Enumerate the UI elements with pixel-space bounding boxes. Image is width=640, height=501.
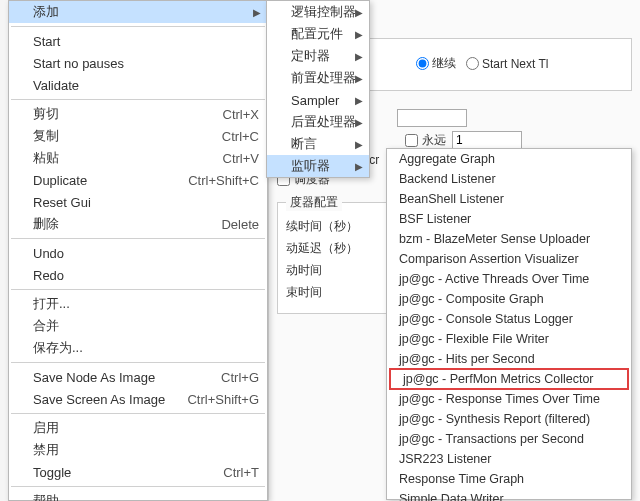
menu-cut[interactable]: 剪切Ctrl+X — [9, 103, 267, 125]
listener-item[interactable]: Response Time Graph — [387, 469, 631, 489]
menu-save-as[interactable]: 保存为... — [9, 337, 267, 359]
menu-merge[interactable]: 合并 — [9, 315, 267, 337]
menu-duplicate[interactable]: DuplicateCtrl+Shift+C — [9, 169, 267, 191]
submenu-logic-controller[interactable]: 逻辑控制器▶ — [267, 1, 369, 23]
menu-disable[interactable]: 禁用 — [9, 439, 267, 461]
listener-item[interactable]: Backend Listener — [387, 169, 631, 189]
listener-item[interactable]: Aggregate Graph — [387, 149, 631, 169]
listener-item-label: jp@gc - Active Threads Over Time — [399, 272, 623, 286]
listener-item-label: jp@gc - PerfMon Metrics Collector — [403, 372, 619, 386]
listener-item-label: Aggregate Graph — [399, 152, 623, 166]
forever-checkbox[interactable] — [405, 134, 418, 147]
listener-item-label: jp@gc - Synthesis Report (filtered) — [399, 412, 623, 426]
menu-save-screen-image[interactable]: Save Screen As ImageCtrl+Shift+G — [9, 388, 267, 410]
listener-item[interactable]: Comparison Assertion Visualizer — [387, 249, 631, 269]
chevron-right-icon: ▶ — [355, 29, 363, 40]
menu-help[interactable]: 帮助 — [9, 490, 267, 501]
submenu-timer[interactable]: 定时器▶ — [267, 45, 369, 67]
listener-item-label: Simple Data Writer — [399, 492, 623, 501]
context-menu: 添加▶ Start Start no pauses Validate 剪切Ctr… — [8, 0, 268, 501]
listener-item[interactable]: jp@gc - Flexible File Writer — [387, 329, 631, 349]
listener-item-label: jp@gc - Response Times Over Time — [399, 392, 623, 406]
chevron-right-icon: ▶ — [355, 95, 363, 106]
listener-item[interactable]: BeanShell Listener — [387, 189, 631, 209]
listener-item[interactable]: jp@gc - Transactions per Second — [387, 429, 631, 449]
submenu-pre-processor[interactable]: 前置处理器▶ — [267, 67, 369, 89]
listener-item[interactable]: bzm - BlazeMeter Sense Uploader — [387, 229, 631, 249]
listener-item-label: jp@gc - Transactions per Second — [399, 432, 623, 446]
submenu-listener[interactable]: 监听器▶ — [267, 155, 369, 177]
rampup-input[interactable] — [397, 109, 467, 127]
separator — [11, 99, 265, 100]
menu-reset-gui[interactable]: Reset Gui — [9, 191, 267, 213]
menu-start-no-pauses[interactable]: Start no pauses — [9, 52, 267, 74]
listener-item[interactable]: Simple Data Writer — [387, 489, 631, 501]
listener-item-label: JSR223 Listener — [399, 452, 623, 466]
menu-undo[interactable]: Undo — [9, 242, 267, 264]
submenu-config-element[interactable]: 配置元件▶ — [267, 23, 369, 45]
chevron-right-icon: ▶ — [355, 161, 363, 172]
listener-item-label: jp@gc - Hits per Second — [399, 352, 623, 366]
separator — [11, 362, 265, 363]
menu-delete[interactable]: 删除Delete — [9, 213, 267, 235]
chevron-right-icon: ▶ — [355, 7, 363, 18]
menu-save-node-image[interactable]: Save Node As ImageCtrl+G — [9, 366, 267, 388]
listener-item-label: Backend Listener — [399, 172, 623, 186]
menu-redo[interactable]: Redo — [9, 264, 267, 286]
listener-item-label: BeanShell Listener — [399, 192, 623, 206]
listener-item-label: jp@gc - Composite Graph — [399, 292, 623, 306]
chevron-right-icon: ▶ — [355, 51, 363, 62]
listener-item-label: Response Time Graph — [399, 472, 623, 486]
menu-validate[interactable]: Validate — [9, 74, 267, 96]
chevron-right-icon: ▶ — [253, 7, 261, 18]
menu-toggle[interactable]: ToggleCtrl+T — [9, 461, 267, 483]
menu-add[interactable]: 添加▶ — [9, 1, 267, 23]
listener-item-label: BSF Listener — [399, 212, 623, 226]
submenu-sampler[interactable]: Sampler▶ — [267, 89, 369, 111]
radio-continue[interactable]: 继续 — [416, 55, 456, 72]
listener-item[interactable]: jp@gc - Composite Graph — [387, 289, 631, 309]
chevron-right-icon: ▶ — [355, 117, 363, 128]
menu-enable[interactable]: 启用 — [9, 417, 267, 439]
listener-item[interactable]: JSR223 Listener — [387, 449, 631, 469]
listener-item-label: bzm - BlazeMeter Sense Uploader — [399, 232, 623, 246]
separator — [11, 289, 265, 290]
submenu-assertion[interactable]: 断言▶ — [267, 133, 369, 155]
separator — [11, 486, 265, 487]
listener-item-label: jp@gc - Console Status Logger — [399, 312, 623, 326]
menu-paste[interactable]: 粘贴Ctrl+V — [9, 147, 267, 169]
chevron-right-icon: ▶ — [355, 139, 363, 150]
listener-item[interactable]: BSF Listener — [387, 209, 631, 229]
listener-item[interactable]: jp@gc - Console Status Logger — [387, 309, 631, 329]
menu-start[interactable]: Start — [9, 30, 267, 52]
separator — [11, 413, 265, 414]
listener-item[interactable]: jp@gc - Hits per Second — [387, 349, 631, 369]
menu-copy[interactable]: 复制Ctrl+C — [9, 125, 267, 147]
chevron-right-icon: ▶ — [355, 73, 363, 84]
submenu-post-processor[interactable]: 后置处理器▶ — [267, 111, 369, 133]
listener-item-label: Comparison Assertion Visualizer — [399, 252, 623, 266]
add-submenu: 逻辑控制器▶ 配置元件▶ 定时器▶ 前置处理器▶ Sampler▶ 后置处理器▶… — [266, 0, 370, 178]
separator — [11, 238, 265, 239]
listener-item[interactable]: jp@gc - PerfMon Metrics Collector — [389, 368, 629, 390]
menu-open[interactable]: 打开... — [9, 293, 267, 315]
separator — [11, 26, 265, 27]
listener-item[interactable]: jp@gc - Active Threads Over Time — [387, 269, 631, 289]
loop-input[interactable] — [452, 131, 522, 149]
listener-item-label: jp@gc - Flexible File Writer — [399, 332, 623, 346]
scheduler-config-title: 度器配置 — [286, 194, 342, 211]
listener-item[interactable]: jp@gc - Synthesis Report (filtered) — [387, 409, 631, 429]
listener-submenu: Aggregate GraphBackend ListenerBeanShell… — [386, 148, 632, 500]
listener-item[interactable]: jp@gc - Response Times Over Time — [387, 389, 631, 409]
radio-start-next[interactable]: Start Next Tl — [466, 57, 548, 71]
